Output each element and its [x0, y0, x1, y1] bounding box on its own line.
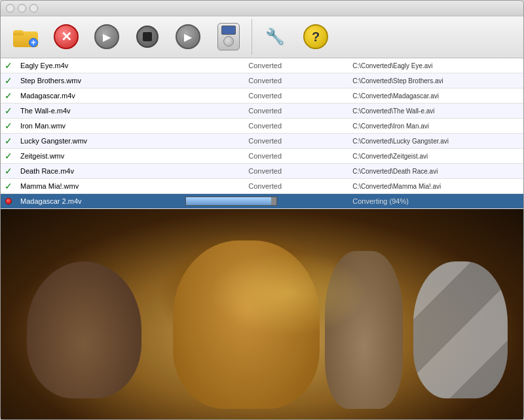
file-path: C:\Converted\Lucky Gangster.avi	[348, 134, 523, 149]
status-icon: ✓	[1, 73, 16, 88]
files-table: ✓ Eagly Eye.m4v Converted C:\Converted\E…	[1, 58, 523, 209]
conversion-status: Converted	[181, 58, 348, 73]
file-name: Death Race.m4v	[16, 164, 181, 179]
video-preview	[1, 209, 523, 419]
file-name: Iron Man.wmv	[16, 119, 181, 134]
file-path: C:\Converted\Madagascar.avi	[348, 88, 523, 104]
conversion-status: Converted	[181, 88, 348, 104]
copy-to-ipod-icon	[214, 22, 244, 52]
progress-fill	[186, 197, 271, 205]
select-files-button[interactable]: +	[6, 20, 45, 54]
app-window: + ✕ ▶	[0, 0, 524, 420]
settings-icon: 🔧	[260, 22, 290, 52]
table-row[interactable]: ✓ Death Race.m4v Converted C:\Converted\…	[1, 164, 523, 179]
select-files-icon: +	[10, 22, 41, 52]
file-path: C:\Converted\Death Race.avi	[348, 164, 523, 179]
table-row[interactable]: ✓ Lucky Gangster.wmv Converted C:\Conver…	[1, 134, 523, 149]
close-button[interactable]	[6, 4, 14, 12]
table-row[interactable]: ✓ Zeitgeist.wmv Converted C:\Converted\Z…	[1, 149, 523, 164]
remove-button[interactable]: ✕	[47, 20, 86, 54]
scene-background	[1, 209, 523, 419]
stop-button[interactable]	[128, 20, 167, 54]
play-original-button[interactable]: ▶	[87, 20, 126, 54]
toolbar: + ✕ ▶	[1, 16, 523, 58]
progress-cell	[181, 194, 348, 209]
status-icon: ✓	[1, 104, 16, 119]
toolbar-separator	[252, 19, 252, 55]
window-controls	[6, 4, 38, 12]
table-row[interactable]: ✓ Iron Man.wmv Converted C:\Converted\Ir…	[1, 119, 523, 134]
status-icon: ✓	[1, 119, 16, 134]
conversion-status: Converting (94%)	[348, 194, 523, 209]
content-area: ✓ Eagly Eye.m4v Converted C:\Converted\E…	[1, 58, 523, 419]
file-list: ✓ Eagly Eye.m4v Converted C:\Converted\E…	[1, 58, 523, 209]
remove-icon: ✕	[51, 22, 81, 52]
conversion-status: Converted	[181, 134, 348, 149]
progress-bar	[185, 197, 277, 206]
stop-icon	[132, 22, 162, 52]
file-path: C:\Converted\Zeitgeist.avi	[348, 149, 523, 164]
file-name: Madagascar 2.m4v	[16, 194, 181, 209]
file-path: C:\Converted\Mamma Mia!.avi	[348, 179, 523, 194]
status-icon: ✓	[1, 179, 16, 194]
settings-button[interactable]: 🔧	[255, 20, 295, 54]
copy-to-ipod-button[interactable]	[209, 20, 248, 54]
table-row[interactable]: ✓ Eagly Eye.m4v Converted C:\Converted\E…	[1, 58, 523, 73]
play-converted-icon: ▶	[173, 22, 203, 52]
table-row[interactable]: Madagascar 2.m4v Converting (94%)	[1, 194, 523, 209]
scene-glow	[210, 251, 366, 335]
file-path: C:\Converted\The Wall-e.avi	[348, 104, 523, 119]
video-canvas	[1, 209, 523, 419]
help-button[interactable]: ?	[296, 20, 335, 54]
play-converted-button[interactable]: ▶	[168, 20, 208, 54]
conversion-status: Converted	[181, 73, 348, 88]
file-path: C:\Converted\Eagly Eye.avi	[348, 58, 523, 73]
table-row[interactable]: ✓ The Wall-e.m4v Converted C:\Converted\…	[1, 104, 523, 119]
minimize-button[interactable]	[18, 4, 26, 12]
file-path: C:\Converted\Iron Man.avi	[348, 119, 523, 134]
status-icon: ✓	[1, 134, 16, 149]
conversion-status: Converted	[181, 119, 348, 134]
conversion-status: Converted	[181, 149, 348, 164]
hippo-character	[27, 261, 142, 398]
conversion-status: Converted	[181, 179, 348, 194]
file-path: C:\Converted\Step Brothers.avi	[348, 73, 523, 88]
file-name: Eagly Eye.m4v	[16, 58, 181, 73]
maximize-button[interactable]	[29, 4, 38, 12]
zebra-character	[413, 261, 508, 398]
table-row[interactable]: ✓ Mamma Mia!.wmv Converted C:\Converted\…	[1, 179, 523, 194]
file-name: Madagascar.m4v	[16, 88, 181, 104]
conversion-status: Converted	[181, 104, 348, 119]
file-name: Zeitgeist.wmv	[16, 149, 181, 164]
file-name: Step Brothers.wmv	[16, 73, 181, 88]
file-name: Mamma Mia!.wmv	[16, 179, 181, 194]
help-icon: ?	[301, 22, 331, 52]
file-name: The Wall-e.m4v	[16, 104, 181, 119]
status-icon: ✓	[1, 88, 16, 104]
status-icon: ✓	[1, 58, 16, 73]
status-icon: ✓	[1, 149, 16, 164]
status-icon: ✓	[1, 164, 16, 179]
table-row[interactable]: ✓ Madagascar.m4v Converted C:\Converted\…	[1, 88, 523, 104]
file-name: Lucky Gangster.wmv	[16, 134, 181, 149]
table-row[interactable]: ✓ Step Brothers.wmv Converted C:\Convert…	[1, 73, 523, 88]
status-icon	[1, 194, 16, 209]
play-original-icon: ▶	[92, 22, 122, 52]
title-bar	[1, 1, 523, 16]
conversion-status: Converted	[181, 164, 348, 179]
